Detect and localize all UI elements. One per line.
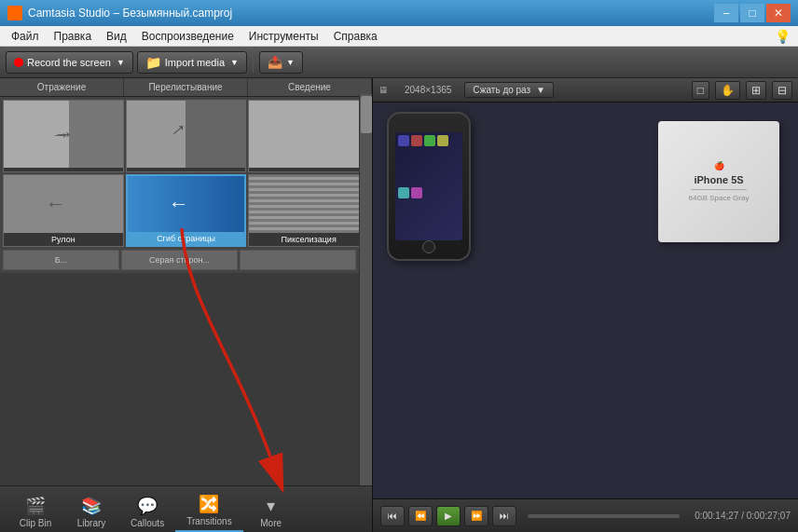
fast-forward-button[interactable]: ⏩: [464, 506, 488, 526]
minimize-button[interactable]: –: [714, 4, 738, 22]
window-title: Camtasia Studio – Безымянный.camproj: [28, 7, 714, 20]
close-button[interactable]: ✕: [766, 4, 791, 22]
media-tabs: 🎬 Clip Bin 📚 Library 💬 Callouts 🔀 Transi…: [0, 485, 372, 532]
clip-bin-icon: 🎬: [25, 496, 46, 516]
video-toolbar: 🖥 2048×1365 Сжать до раз ▼ □ ✋ ⊞ ⊟: [373, 78, 798, 102]
callouts-icon: 💬: [137, 496, 158, 516]
menubar: Файл Правка Вид Воспроизведение Инструме…: [0, 26, 798, 47]
tab-clip-bin-label: Clip Bin: [20, 518, 51, 528]
goto-end-button[interactable]: ⏭: [492, 506, 516, 526]
record-dropdown-arrow[interactable]: ▼: [117, 58, 125, 67]
transition-item-6[interactable]: Пикселизация: [248, 174, 369, 247]
play-button[interactable]: ▶: [436, 506, 461, 526]
menu-edit[interactable]: Правка: [47, 28, 100, 45]
screen-icon: 🖥: [378, 85, 388, 95]
scrollbar-thumb[interactable]: [361, 96, 372, 133]
box-divider: [691, 189, 747, 190]
rewind-button[interactable]: ⏪: [408, 506, 433, 526]
menu-tools[interactable]: Инструменты: [241, 28, 326, 45]
apple-logo: 🍎: [714, 161, 724, 171]
menu-view[interactable]: Вид: [99, 28, 134, 45]
tab-clip-bin[interactable]: 🎬 Clip Bin: [7, 492, 63, 532]
transition-label-2: [127, 168, 246, 171]
transition-extra-label-3: [240, 250, 356, 270]
transition-label-1: [4, 168, 123, 171]
iphone-body: [387, 112, 471, 261]
main-area: Отражение Перелистывание Сведение → →: [0, 78, 798, 532]
resolution-display: 2048×1365: [397, 83, 459, 97]
more-icon: ▾: [267, 496, 275, 516]
video-btn-4[interactable]: ⊟: [772, 81, 792, 100]
left-panel: Отражение Перелистывание Сведение → →: [0, 78, 373, 532]
record-button[interactable]: Record the screen ▼: [6, 51, 133, 74]
tab-library-label: Library: [77, 518, 106, 528]
menu-help[interactable]: Справка: [326, 28, 385, 45]
window-controls: – □ ✕: [714, 4, 791, 22]
tab-callouts[interactable]: 💬 Callouts: [119, 492, 175, 532]
tab-callouts-label: Callouts: [131, 518, 164, 528]
main-toolbar: Record the screen ▼ 📁 Import media ▼ 📤 ▼: [0, 47, 798, 78]
iphone-home-button: [422, 240, 435, 253]
zoom-dropdown-icon: ▼: [536, 85, 545, 95]
record-dot-icon: [14, 58, 23, 67]
video-preview: 🍎 iPhone 5S 64GB Space Gray: [373, 102, 798, 498]
produce-icon: 📤: [268, 55, 282, 69]
transitions-icon: 🔀: [199, 494, 219, 514]
maximize-button[interactable]: □: [740, 4, 764, 22]
help-icon: 💡: [775, 29, 791, 44]
library-icon: 📚: [81, 496, 102, 516]
import-icon: 📁: [145, 55, 161, 70]
toolbar-separator: [253, 52, 254, 73]
video-btn-2[interactable]: ✋: [715, 81, 740, 100]
produce-button[interactable]: 📤 ▼: [259, 51, 303, 74]
transition-extra-label-2: Серая сторон...: [121, 250, 238, 270]
goto-start-button[interactable]: ⏮: [380, 506, 405, 526]
iphone-label: iPhone 5S: [694, 174, 743, 185]
transition-label-5: Сгиб страницы: [128, 232, 245, 245]
iphone-box: 🍎 iPhone 5S 64GB Space Gray: [658, 121, 779, 242]
transition-preview-1: →: [4, 101, 123, 168]
video-btn-3[interactable]: ⊞: [746, 81, 766, 100]
right-panel: 🖥 2048×1365 Сжать до раз ▼ □ ✋ ⊞ ⊟: [373, 78, 798, 532]
record-label: Record the screen: [27, 57, 111, 68]
transitions-scrollbar[interactable]: [359, 94, 372, 485]
transition-label-4: Рулон: [4, 233, 123, 246]
volume-slider[interactable]: [528, 514, 680, 518]
menu-playback[interactable]: Воспроизведение: [134, 28, 241, 45]
video-btn-1[interactable]: □: [692, 81, 709, 100]
transport-bar: ⏮ ⏪ ▶ ⏩ ⏭ 0:00:14;27 / 0:00:27;07: [373, 498, 798, 532]
preview-scene: 🍎 iPhone 5S 64GB Space Gray: [373, 102, 798, 498]
menu-file[interactable]: Файл: [4, 28, 47, 45]
transition-item-4[interactable]: ← Рулон: [3, 174, 124, 247]
timecode-display: 0:00:14;27 / 0:00:27;07: [695, 511, 791, 521]
transition-preview-6: [249, 175, 368, 233]
transition-label-6: Пикселизация: [249, 233, 368, 246]
tab-transitions-label: Transitions: [186, 516, 232, 526]
titlebar: Camtasia Studio – Безымянный.camproj – □…: [0, 0, 798, 26]
produce-dropdown-arrow[interactable]: ▼: [286, 58, 295, 67]
transition-preview-2: →: [127, 101, 246, 168]
zoom-label: Сжать до раз: [473, 85, 530, 95]
transition-item-3[interactable]: [248, 100, 369, 172]
import-label: Import media: [165, 57, 225, 68]
tab-transitions[interactable]: 🔀 Transitions: [175, 490, 243, 532]
app-icon: [7, 6, 22, 20]
zoom-button[interactable]: Сжать до раз ▼: [464, 82, 554, 98]
transition-extra-label-1: Б...: [3, 250, 119, 270]
transition-item-5[interactable]: ← Сгиб страницы: [126, 174, 247, 247]
iphone-screen: [395, 132, 462, 240]
transition-preview-5: ←: [128, 176, 245, 232]
import-button[interactable]: 📁 Import media ▼: [137, 51, 247, 74]
col-header-3: Сведение: [248, 78, 372, 96]
tab-library[interactable]: 📚 Library: [63, 492, 119, 532]
transition-item-2[interactable]: →: [126, 100, 247, 172]
iphone-device: [387, 112, 517, 270]
tab-more[interactable]: ▾ More: [243, 492, 299, 532]
import-dropdown-arrow[interactable]: ▼: [230, 58, 239, 67]
col-header-1: Отражение: [0, 78, 124, 96]
transitions-header: Отражение Перелистывание Сведение: [0, 78, 372, 97]
box-sub: 64GB Space Gray: [689, 194, 750, 202]
transition-preview-3: [249, 101, 368, 168]
tab-more-label: More: [260, 518, 282, 528]
transition-item-1[interactable]: →: [3, 100, 124, 172]
